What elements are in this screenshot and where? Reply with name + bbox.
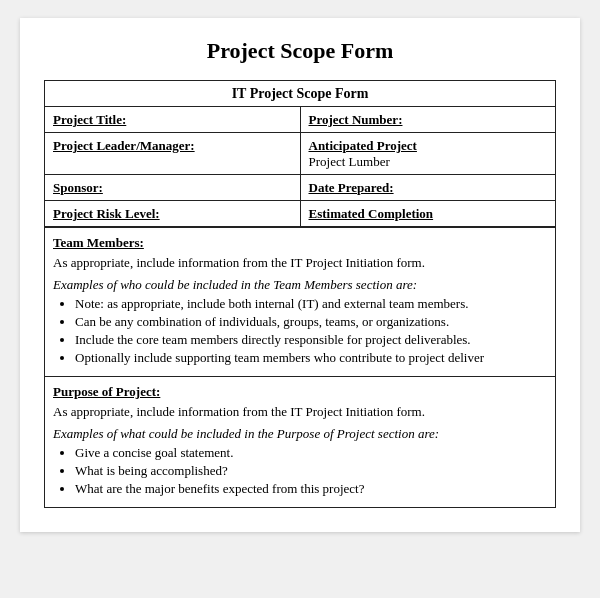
team-members-title: Team Members: [53,235,547,251]
date-prepared-label: Date Prepared: [309,180,394,195]
team-members-desc: As appropriate, include information from… [53,255,547,271]
anticipated-project-label: Anticipated Project [309,138,548,154]
list-item: Include the core team members directly r… [75,332,547,348]
team-members-examples-intro: Examples of who could be included in the… [53,277,547,293]
risk-level-label: Project Risk Level: [53,206,160,221]
list-item: Can be any combination of individuals, g… [75,314,547,330]
project-title-label: Project Title: [53,112,126,127]
list-item: Note: as appropriate, include both inter… [75,296,547,312]
list-item: Give a concise goal statement. [75,445,547,461]
purpose-title: Purpose of Project: [53,384,547,400]
estimated-completion-label: Estimated Completion [309,206,434,221]
cell-project-leader-label: Project Leader/Manager: [45,133,301,174]
list-item: What are the major benefits expected fro… [75,481,547,497]
project-number-label: Project Number: [309,112,403,127]
cell-sponsor-label: Sponsor: [45,175,301,200]
list-item: What is being accomplished? [75,463,547,479]
sponsor-label: Sponsor: [53,180,103,195]
list-item: Optionally include supporting team membe… [75,350,547,366]
purpose-desc: As appropriate, include information from… [53,404,547,420]
team-members-bullets: Note: as appropriate, include both inter… [75,296,547,366]
cell-risk-level: Project Risk Level: [45,201,301,226]
purpose-section: Purpose of Project: As appropriate, incl… [45,376,555,507]
cell-project-title-label: Project Title: [45,107,301,132]
form-row-1: Project Title: Project Number: [45,107,555,133]
cell-project-number-label: Project Number: [301,107,556,132]
form-row-4: Project Risk Level: Estimated Completion [45,201,555,227]
page-title: Project Scope Form [44,38,556,64]
purpose-bullets: Give a concise goal statement. What is b… [75,445,547,497]
form-header: IT Project Scope Form [45,81,555,107]
form-outer: IT Project Scope Form Project Title: Pro… [44,80,556,508]
form-row-2: Project Leader/Manager: Anticipated Proj… [45,133,555,175]
cell-estimated-completion: Estimated Completion [301,201,556,226]
cell-date-prepared: Date Prepared: [301,175,556,200]
team-members-section: Team Members: As appropriate, include in… [45,227,555,376]
page-container: Project Scope Form IT Project Scope Form… [20,18,580,532]
anticipated-project-value: Project Lumber [309,154,548,170]
purpose-examples-intro: Examples of what could be included in th… [53,426,547,442]
form-row-3: Sponsor: Date Prepared: [45,175,555,201]
cell-anticipated-project: Anticipated Project Project Lumber [301,133,556,174]
project-leader-label: Project Leader/Manager: [53,138,195,153]
